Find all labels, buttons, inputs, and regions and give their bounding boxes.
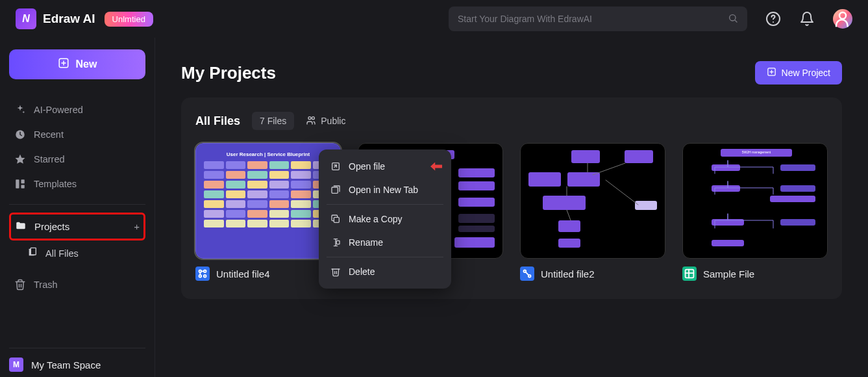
file-card[interactable]: 5W2H management — [682, 143, 828, 281]
svg-line-41 — [526, 272, 529, 276]
menu-delete[interactable]: Delete — [319, 260, 451, 283]
open-icon — [330, 161, 341, 172]
team-space[interactable]: M My Team Space — [9, 348, 145, 372]
sidebar-item-ai[interactable]: AI-Powered — [9, 98, 145, 122]
new-button[interactable]: New — [9, 49, 145, 79]
divider — [9, 204, 145, 205]
svg-point-19 — [312, 116, 315, 119]
sparkle-icon — [14, 104, 26, 116]
svg-rect-10 — [16, 179, 19, 188]
svg-rect-14 — [31, 248, 36, 255]
svg-point-0 — [730, 14, 736, 20]
search-icon — [728, 13, 738, 25]
sidebar-item-trash[interactable]: Trash — [9, 272, 145, 297]
sidebar: New AI-Powered Recent Starred Templates … — [0, 38, 155, 377]
svg-line-38 — [606, 180, 638, 205]
files-icon — [27, 247, 38, 259]
tab-public[interactable]: Public — [306, 115, 345, 127]
sidebar-item-recent[interactable]: Recent — [9, 122, 145, 147]
delete-icon — [330, 266, 341, 277]
main-content: My Projects New Project All Files 7 File… — [155, 38, 868, 377]
file-type-icon — [195, 266, 210, 281]
file-type-icon — [682, 266, 697, 281]
file-name: Sample File — [703, 268, 754, 280]
svg-rect-29 — [336, 240, 340, 244]
tab-all-files[interactable]: All Files — [195, 114, 240, 128]
plus-icon — [58, 57, 69, 72]
sidebar-item-templates[interactable]: Templates — [9, 172, 145, 196]
divider — [327, 204, 443, 205]
templates-icon — [14, 178, 26, 190]
svg-rect-27 — [332, 187, 338, 193]
menu-make-copy[interactable]: Make a Copy — [319, 207, 451, 231]
rename-icon — [330, 237, 341, 248]
copy-icon — [330, 214, 341, 224]
sidebar-item-all-files[interactable]: All Files — [9, 240, 145, 266]
sidebar-item-projects[interactable]: Projects + — [9, 213, 145, 240]
divider — [327, 257, 443, 257]
new-tab-icon — [330, 185, 341, 195]
file-name: Untitled file2 — [541, 268, 595, 280]
search-input[interactable]: Start Your Diagram With EdrawAI — [449, 6, 747, 31]
notifications-icon[interactable] — [799, 11, 815, 27]
app-logo: N — [16, 8, 36, 29]
folder-icon — [15, 220, 27, 233]
clock-icon — [14, 129, 26, 140]
projects-panel: All Files 7 Files Public ••• User Resear… — [181, 98, 842, 299]
svg-rect-12 — [21, 185, 25, 188]
new-button-label: New — [76, 58, 97, 70]
svg-point-4 — [839, 12, 846, 19]
file-card[interactable]: Untitled file2 — [520, 143, 665, 281]
svg-line-35 — [593, 163, 625, 175]
trash-icon — [14, 279, 26, 291]
context-menu: Open file Open in New Tab Make a Copy — [319, 150, 451, 289]
file-thumbnail: 5W2H management — [682, 143, 828, 259]
tabs: All Files 7 Files Public — [195, 112, 828, 130]
app-title: Edraw AI — [43, 12, 95, 26]
search-placeholder: Start Your Diagram With EdrawAI — [458, 14, 592, 24]
svg-line-1 — [735, 20, 737, 22]
plan-badge: Unlmtied — [105, 12, 153, 27]
star-icon — [14, 153, 26, 165]
menu-open-file[interactable]: Open file — [319, 155, 451, 178]
pointer-icon — [430, 162, 442, 171]
svg-rect-11 — [21, 179, 25, 183]
add-project-icon[interactable]: + — [134, 221, 140, 232]
sidebar-item-starred[interactable]: Starred — [9, 147, 145, 172]
file-name: Untitled file4 — [216, 268, 270, 280]
file-thumbnail — [520, 143, 665, 259]
svg-point-23 — [204, 275, 206, 278]
svg-rect-28 — [334, 217, 339, 222]
file-count: 7 Files — [252, 112, 294, 130]
file-type-icon — [520, 266, 534, 281]
team-badge: M — [9, 358, 23, 372]
svg-marker-9 — [16, 155, 25, 164]
plus-icon — [767, 67, 776, 79]
help-icon[interactable] — [765, 11, 781, 27]
menu-open-new-tab[interactable]: Open in New Tab — [319, 178, 451, 202]
public-icon — [306, 115, 316, 127]
new-project-button[interactable]: New Project — [755, 61, 842, 84]
menu-rename[interactable]: Rename — [319, 231, 451, 254]
svg-point-18 — [308, 116, 311, 119]
avatar[interactable] — [833, 9, 852, 29]
page-title: My Projects — [181, 63, 276, 83]
svg-line-37 — [567, 210, 571, 220]
app-header: N Edraw AI Unlmtied Start Your Diagram W… — [0, 0, 868, 38]
